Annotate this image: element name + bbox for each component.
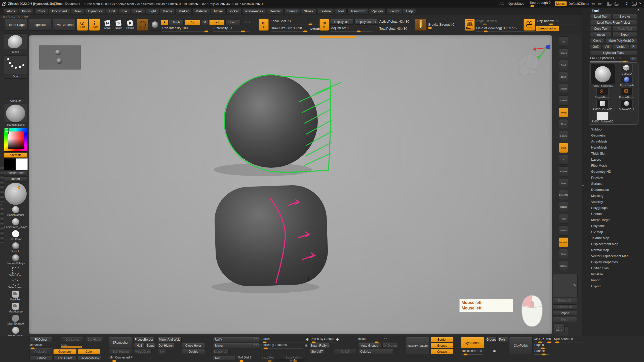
current-material-preview[interactable] xyxy=(4,183,27,206)
polish-by-groups-slider[interactable]: Polish By Groups xyxy=(311,337,335,342)
live-boolean-button[interactable]: Live Boolean xyxy=(53,19,76,31)
close-icon[interactable]: × xyxy=(639,1,641,6)
tool-section-item[interactable]: NanoMesh xyxy=(590,144,640,150)
angle-of-view-slider[interactable]: Angle Of View xyxy=(476,19,503,24)
tray-left-toggle-icon[interactable]: ◂▤ xyxy=(591,2,595,5)
tool-section-item[interactable]: Subtool xyxy=(590,126,640,132)
tool-section-item[interactable]: Deformation xyxy=(590,187,640,193)
material-item[interactable]: SelectRect xyxy=(4,266,27,279)
window-group2-icon[interactable] xyxy=(615,3,618,6)
tool-section-item[interactable]: Thick Skin xyxy=(590,150,640,156)
tray-right-toggle-icon[interactable]: ▤▸ xyxy=(598,2,602,5)
min-connected-slider[interactable]: Min Connected P xyxy=(109,356,133,361)
clay-polish-button[interactable]: ClayPolish xyxy=(509,337,533,354)
shelf-button[interactable]: Solo xyxy=(559,249,568,259)
switch-color-button[interactable]: SwitchColor xyxy=(4,170,27,175)
goz-r-button[interactable]: R xyxy=(630,44,637,49)
texture-export-button[interactable]: Export xyxy=(553,317,577,322)
shelf-button[interactable]: L.Sym xyxy=(559,131,568,141)
polish-toggle-dot[interactable] xyxy=(306,338,309,341)
colorize-button[interactable]: Colorize xyxy=(358,349,393,354)
brush-selector[interactable]: Move xyxy=(4,33,27,54)
stroke-curve-button[interactable]: ⊕ S xyxy=(259,19,269,31)
tool-section-item[interactable]: Surface xyxy=(590,180,640,187)
zremesher-button[interactable]: ZRemesher xyxy=(109,337,132,348)
main-color-swatch[interactable] xyxy=(4,158,16,170)
import-tool-button[interactable]: Import xyxy=(590,32,611,37)
tool-section-item[interactable]: Polygroups xyxy=(590,205,640,211)
tool-section-item[interactable]: Visibility xyxy=(590,199,640,205)
half-button[interactable]: Half xyxy=(134,343,144,348)
material-item[interactable]: Smooth xyxy=(4,242,27,254)
rgb-toggle[interactable]: Rgb xyxy=(185,20,200,25)
color-picker[interactable] xyxy=(4,128,27,152)
material-item[interactable]: FabioPaiva_Clay2 xyxy=(4,218,27,230)
replay-last-button[interactable]: ReplayLast xyxy=(330,19,353,25)
menu-item[interactable]: Light xyxy=(146,8,159,14)
polish-slider[interactable]: Polish xyxy=(261,337,305,342)
tool-section-item[interactable]: Import xyxy=(590,277,640,283)
morph-uv-button[interactable]: Morph UV xyxy=(213,349,229,354)
tool-section-item[interactable]: Initialize xyxy=(590,271,640,277)
scroll-down-icon[interactable]: ▼ xyxy=(293,358,296,361)
dynamesh-toggle-dot[interactable] xyxy=(493,350,496,352)
zcut-toggle[interactable]: Zcut xyxy=(242,20,253,25)
restore-icon[interactable] xyxy=(632,3,636,6)
uv-groups-button[interactable]: Uv Groups xyxy=(382,343,398,348)
tool-section-item[interactable]: Normal Map xyxy=(590,247,640,253)
edit-button[interactable]: Edit xyxy=(77,19,88,31)
rgb-intensity-slider[interactable]: Rgb Intensity 100 xyxy=(162,26,208,31)
copy-tool-button[interactable]: Copy Tool xyxy=(590,26,611,31)
tool-section-item[interactable]: Contact xyxy=(590,211,640,217)
shelf-button[interactable]: Move xyxy=(559,178,568,188)
mask-by-feature-button[interactable]: MaskByFeature xyxy=(406,337,429,354)
material-item[interactable]: MaskPen xyxy=(4,291,27,303)
eraserbrush-thumbnail[interactable] xyxy=(621,88,633,96)
flip-v-button[interactable]: ↓↑ Flip V xyxy=(554,323,565,333)
merge-down-button[interactable]: MergeDown xyxy=(134,349,152,354)
pm3d-cube3d-thumbnail[interactable] xyxy=(596,100,609,108)
mirror-button[interactable]: Mirrorx y z xyxy=(213,343,260,348)
inflate-slider[interactable]: Inflatex y z xyxy=(358,337,390,342)
color-paint-button[interactable]: Color xyxy=(78,349,100,354)
window-group1-icon[interactable] xyxy=(607,3,611,6)
menu-item[interactable]: Layer xyxy=(131,8,145,14)
smart-resym-button[interactable]: Smart ReSym xyxy=(310,343,330,348)
fill-object-button[interactable]: FillObject xyxy=(29,337,52,342)
current-stroke-thumbnail[interactable] xyxy=(150,19,160,31)
left-tray-divider-2[interactable] xyxy=(1,208,4,243)
edge-slider[interactable]: Edge 0 xyxy=(534,343,547,348)
menu-item[interactable]: Document xyxy=(49,8,70,14)
secondary-color-swatch[interactable] xyxy=(16,158,28,170)
shelf-button[interactable]: ▤ xyxy=(559,36,568,47)
menu-item[interactable]: Zscript xyxy=(386,8,402,14)
lightbox-button[interactable]: LightBox xyxy=(29,19,51,31)
menu-item[interactable]: Transform xyxy=(347,8,368,14)
alpha-selector[interactable]: Alpha Off xyxy=(4,80,27,103)
shelf-button[interactable]: Zoom xyxy=(559,72,568,82)
import-color-button[interactable]: Import xyxy=(4,176,27,182)
material-item[interactable]: MeshExtrude xyxy=(4,315,27,327)
menus-button[interactable]: Menus xyxy=(555,1,567,6)
shelf-button[interactable]: Persp xyxy=(559,107,568,117)
menu-item[interactable]: Macro xyxy=(160,8,175,14)
del-hidden-button[interactable]: Del Hidden xyxy=(158,343,174,348)
split-screen-slider[interactable]: Split Screen 0 xyxy=(554,337,585,342)
dynamesh-groups-button[interactable]: Groups xyxy=(486,337,497,342)
shelf-button[interactable]: Scroll xyxy=(559,60,568,70)
scale-mode-button[interactable]: S Scale xyxy=(113,19,124,31)
z-intensity-slider[interactable]: Z Intensity 51 xyxy=(213,26,250,31)
unify-button[interactable]: Unifyx y z xyxy=(213,337,260,342)
menu-item[interactable]: Zplugin xyxy=(369,8,386,14)
move-mode-button[interactable]: M Move xyxy=(102,19,113,31)
active-tool-thumbnail[interactable] xyxy=(590,64,615,84)
menu-item[interactable]: Movie xyxy=(211,8,226,14)
menu-item[interactable]: Stroke xyxy=(301,8,316,14)
simplebrush-thumbnail[interactable]: S xyxy=(596,88,609,96)
left-tray-divider[interactable] xyxy=(1,167,4,202)
material-item[interactable]: Flat Color xyxy=(4,230,27,242)
shelf-button[interactable]: SPix 3 xyxy=(559,48,568,58)
shelf-button[interactable]: Actual xyxy=(559,84,568,94)
dynamesh-polish-button[interactable]: Polish xyxy=(498,337,508,342)
lightbox-tools-button[interactable]: Lightbox▶Tools xyxy=(590,50,637,55)
